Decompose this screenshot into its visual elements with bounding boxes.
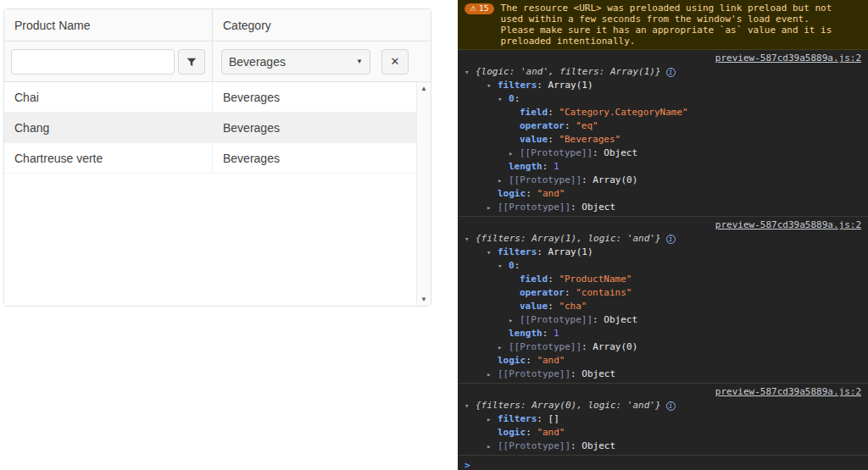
table-row: Chartreuse verte Beverages [4, 143, 416, 174]
scroll-up-icon[interactable]: ▲ [420, 85, 427, 92]
property-value: "cha" [559, 301, 587, 312]
property-key: 0 [509, 260, 515, 271]
chevron-down-icon: ▼ [356, 58, 363, 65]
collapse-arrow-icon[interactable]: ▾ [487, 79, 498, 92]
prompt-chevron-icon: > [465, 460, 470, 470]
property-key: value [520, 301, 548, 312]
expand-arrow-icon[interactable]: ▸ [509, 313, 520, 327]
column-header-product-name[interactable]: Product Name [4, 9, 213, 41]
property-value: "Beverages" [559, 134, 620, 145]
collapse-arrow-icon[interactable]: ▾ [498, 92, 509, 106]
category-filter-cell: Beverages ▼ ✕ [213, 41, 431, 81]
expand-arrow-icon[interactable]: ▸ [509, 147, 520, 160]
tree-row: length: 1 [458, 327, 868, 340]
grid-body: Chai Beverages Chang Beverages Chartreus… [4, 82, 416, 306]
colon-separator: : [570, 368, 581, 379]
warning-count-badge[interactable]: ⚠ 15 [465, 3, 494, 14]
collapse-arrow-icon[interactable]: ▾ [487, 246, 498, 259]
property-key: field [520, 274, 548, 285]
property-key: value [520, 134, 548, 145]
property-key: [[Prototype]] [520, 147, 593, 158]
devtools-console: ⚠ 15 The resource <URL> was preloaded us… [458, 0, 868, 470]
grid-header-row: Product Name Category [4, 9, 431, 41]
tree-row: field: "ProductName" [458, 273, 868, 286]
cell-product-name: Chai [4, 82, 213, 112]
source-link-row: preview-587cd39a5889a.js:2 [458, 385, 868, 399]
tree-row: ▾{filters: Array(1), logic: 'and'}i [458, 232, 868, 246]
expand-arrow-icon[interactable]: ▸ [487, 440, 498, 453]
property-value: Object [581, 368, 615, 379]
expand-arrow-icon[interactable]: ▸ [487, 201, 498, 214]
collapse-arrow-icon[interactable]: ▾ [498, 259, 509, 273]
expand-arrow-icon[interactable]: ▸ [498, 340, 509, 354]
property-value: "Category.CategoryName" [559, 107, 687, 118]
expand-arrow-icon[interactable]: ▸ [487, 412, 498, 426]
column-header-label: Product Name [14, 19, 90, 32]
products-grid: Product Name Category Beverages ▼ ✕ [3, 8, 431, 307]
property-value: Array(1) [548, 246, 593, 257]
category-filter-dropdown[interactable]: Beverages ▼ [221, 49, 370, 75]
object-preview: {filters: Array(0), logic: 'and'} [476, 400, 661, 411]
colon-separator: : [548, 107, 559, 118]
console-input[interactable]: > [458, 456, 868, 470]
clear-category-filter-button[interactable]: ✕ [381, 49, 409, 75]
tree-row: value: "cha" [458, 300, 868, 313]
column-header-category[interactable]: Category [213, 9, 431, 41]
console-entry: preview-587cd39a5889a.js:2▾{filters: Arr… [458, 217, 868, 384]
property-key: [[Prototype]] [509, 341, 581, 352]
tree-row: logic: "and" [458, 354, 868, 368]
property-value: Object [604, 314, 637, 325]
warning-count: 15 [479, 3, 488, 14]
property-key: [[Prototype]] [520, 314, 593, 325]
expand-arrow-icon[interactable]: ▸ [487, 368, 498, 381]
console-entry: preview-587cd39a5889a.js:2▾{filters: Arr… [458, 384, 868, 456]
property-value: "ProductName" [559, 274, 632, 285]
colon-separator: : [537, 413, 548, 424]
colon-separator: : [515, 93, 526, 104]
colon-separator: : [515, 260, 526, 271]
cell-product-name: Chang [4, 113, 213, 142]
colon-separator: : [548, 134, 559, 145]
grid-vertical-scrollbar[interactable]: ▲ ▼ [416, 82, 431, 306]
info-icon: i [666, 235, 676, 244]
cell-category: Beverages [213, 82, 416, 112]
collapse-arrow-icon[interactable]: ▾ [465, 65, 476, 79]
source-link[interactable]: preview-587cd39a5889a.js:2 [715, 386, 861, 397]
table-row: Chang Beverages [4, 113, 416, 143]
tree-row: operator: "eq" [458, 119, 868, 133]
tree-row: ▾filters: Array(1) [458, 79, 868, 92]
tree-row: ▸filters: [] [458, 412, 868, 426]
funnel-icon [186, 56, 198, 68]
property-value: Array(1) [548, 80, 593, 91]
collapse-arrow-icon[interactable]: ▾ [465, 399, 476, 412]
info-icon: i [666, 68, 676, 77]
object-preview: {logic: 'and', filters: Array(1)} [476, 66, 661, 77]
collapse-arrow-icon[interactable]: ▾ [465, 232, 476, 246]
property-value: Object [581, 440, 615, 451]
source-link[interactable]: preview-587cd39a5889a.js:2 [715, 219, 861, 230]
dropdown-selected-value: Beverages [229, 55, 286, 69]
source-link[interactable]: preview-587cd39a5889a.js:2 [715, 53, 861, 64]
product-filter-input[interactable] [11, 49, 175, 75]
expand-arrow-icon[interactable]: ▸ [498, 174, 509, 187]
product-filter-button[interactable] [178, 49, 205, 75]
property-value: Object [604, 147, 637, 158]
object-preview: {filters: Array(1), logic: 'and'} [476, 233, 661, 244]
colon-separator: : [548, 274, 559, 285]
product-filter-cell [4, 41, 213, 81]
property-value: "eq" [576, 120, 598, 131]
property-key: 0 [509, 93, 515, 104]
cell-category: Beverages [213, 143, 416, 173]
scroll-down-icon[interactable]: ▼ [420, 296, 427, 303]
tree-row: ▾{logic: 'and', filters: Array(1)}i [458, 65, 868, 79]
property-key: [[Prototype]] [509, 174, 581, 185]
cell-text: Chartreuse verte [14, 152, 103, 165]
tree-row: ▸[[Prototype]]: Array(0) [458, 340, 868, 354]
tree-row: ▾{filters: Array(0), logic: 'and'}i [458, 399, 868, 412]
property-value: "and" [537, 355, 565, 366]
property-value: "and" [537, 427, 565, 438]
console-warning: ⚠ 15 The resource <URL> was preloaded us… [458, 0, 868, 50]
warning-message: The resource <URL> was preloaded using l… [501, 3, 842, 47]
tree-row: ▾0: [458, 92, 868, 106]
property-key: operator [520, 287, 565, 298]
